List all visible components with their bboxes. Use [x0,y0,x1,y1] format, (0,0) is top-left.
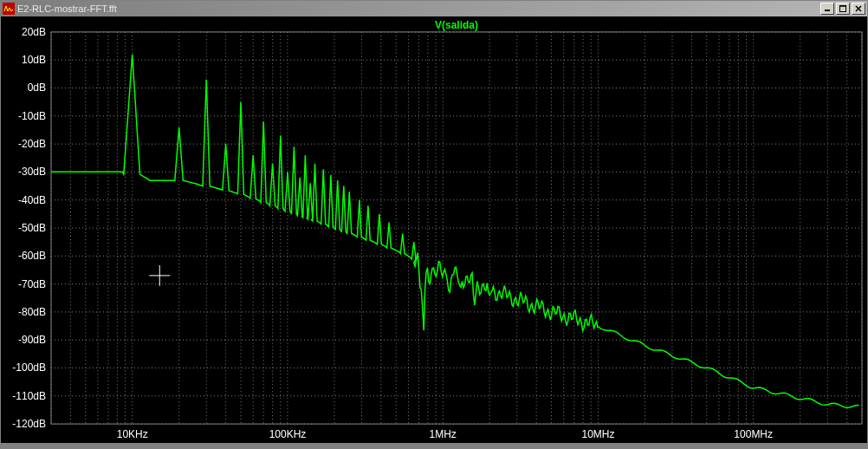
y-tick-label[interactable]: -40dB [18,194,46,206]
fft-trace [51,55,859,407]
trace-label[interactable]: V(salida) [435,19,478,31]
x-tick-label[interactable]: 1MHz [430,428,457,440]
y-tick-label[interactable]: -30dB [18,166,46,178]
x-tick-label[interactable]: 100KHz [269,428,307,440]
ltspice-fft-icon [3,3,15,15]
close-button[interactable] [852,3,865,15]
y-tick-label[interactable]: 10dB [22,54,46,66]
y-tick-label[interactable]: 0dB [28,82,46,94]
maximize-button[interactable] [836,3,850,15]
window-frame: E2-RLC-mostrar-FFT.fft 20dB10dB0dB-10dB-… [0,0,868,449]
x-tick-label[interactable]: 10KHz [117,428,148,440]
y-tick-label[interactable]: -80dB [18,306,46,318]
y-tick-label[interactable]: -70dB [18,278,46,290]
maximize-icon [839,5,846,12]
y-tick-label[interactable]: 20dB [22,26,46,38]
minimize-icon [824,5,831,12]
x-tick-label[interactable]: 10MHz [581,428,614,440]
x-tick-label[interactable]: 100MHz [734,428,773,440]
y-tick-label[interactable]: -60dB [18,250,46,262]
fft-plot[interactable]: 20dB10dB0dB-10dB-20dB-30dB-40dB-50dB-60d… [1,16,867,443]
y-tick-label[interactable]: -90dB [18,334,46,346]
minimize-button[interactable] [820,3,834,15]
y-tick-label[interactable]: -100dB [12,362,46,374]
y-tick-label[interactable]: -110dB [12,390,46,402]
cursor-crosshair [149,265,170,286]
window-title: E2-RLC-mostrar-FFT.fft [17,3,117,14]
y-tick-label[interactable]: -10dB [18,110,46,122]
titlebar[interactable]: E2-RLC-mostrar-FFT.fft [1,1,867,16]
bottom-border [1,443,867,448]
y-tick-label[interactable]: -20dB [18,138,46,150]
y-tick-label[interactable]: -120dB [12,418,46,430]
y-tick-label[interactable]: -50dB [18,222,46,234]
close-icon [855,5,862,12]
